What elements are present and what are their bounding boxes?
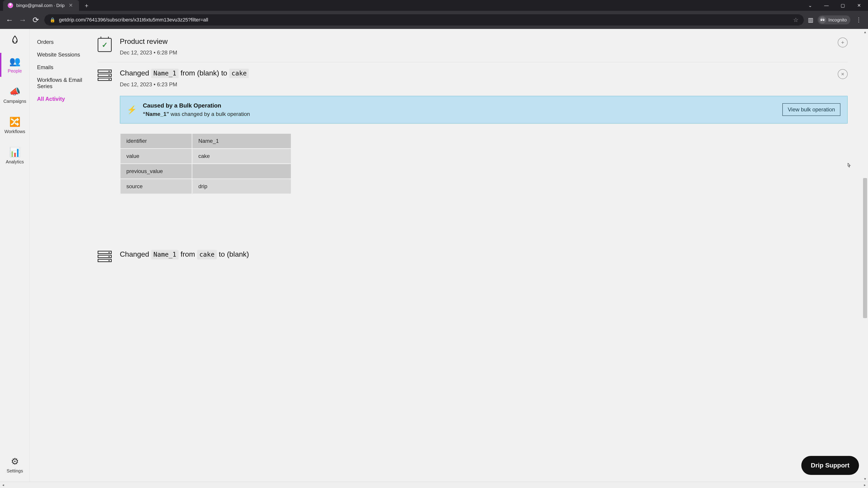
scroll-down-icon[interactable]: ▾ — [862, 476, 868, 482]
activity-timestamp: Dec 12, 2023 • 6:28 PM — [120, 50, 848, 56]
filter-all-activity[interactable]: All Activity — [37, 93, 94, 105]
incognito-chip[interactable]: 🕶 Incognito — [817, 15, 850, 24]
drip-support-button[interactable]: Drip Support — [801, 456, 859, 475]
activity-feed: ✓ Product review Dec 12, 2023 • 6:28 PM … — [98, 29, 868, 482]
activity-title: Changed Name_1 from cake to (blank) — [120, 250, 848, 259]
incognito-icon: 🕶 — [819, 16, 826, 24]
nav-back-icon[interactable]: ← — [5, 15, 14, 24]
scroll-up-icon[interactable]: ▴ — [862, 29, 868, 35]
nav-settings-label: Settings — [6, 468, 23, 474]
people-icon: 👥 — [9, 56, 21, 67]
vertical-scrollbar[interactable]: ▴ ▾ — [862, 29, 868, 482]
nav-campaigns-label: Campaigns — [3, 99, 26, 104]
scroll-thumb[interactable] — [863, 178, 867, 318]
nav-reload-icon[interactable]: ⟳ — [31, 15, 40, 24]
field-chip: Name_1 — [151, 69, 179, 78]
nav-settings[interactable]: ⚙ Settings — [0, 453, 30, 477]
view-bulk-operation-button[interactable]: View bulk operation — [782, 103, 840, 116]
tab-search-icon[interactable]: ⌄ — [807, 3, 813, 8]
app-viewport: 👥 People 📣 Campaigns 🔀 Workflows 📊 Analy… — [0, 29, 868, 482]
nav-analytics-label: Analytics — [6, 159, 24, 164]
workflow-icon: 🔀 — [9, 117, 21, 127]
field-chip: Name_1 — [151, 250, 179, 259]
expand-button[interactable]: + — [838, 37, 848, 47]
activity-filter-sidebar: Orders Website Sessions Emails Workflows… — [30, 29, 98, 482]
activity-item-field-change: Changed Name_1 from cake to (blank) — [98, 243, 848, 271]
server-icon — [98, 251, 112, 265]
window-close-icon[interactable]: ✕ — [856, 3, 862, 8]
filter-emails[interactable]: Emails — [37, 61, 94, 74]
filter-website-sessions[interactable]: Website Sessions — [37, 48, 94, 61]
value-chip: cake — [229, 69, 249, 78]
svg-point-1 — [16, 41, 17, 42]
scroll-right-icon[interactable]: ▸ — [862, 482, 868, 488]
table-row: previous_value — [121, 164, 291, 178]
activity-title: Product review — [120, 37, 848, 46]
extensions-icon[interactable]: ▥ — [808, 17, 813, 24]
svg-point-0 — [13, 41, 14, 42]
server-icon — [98, 70, 112, 84]
megaphone-icon: 📣 — [9, 86, 21, 97]
browser-tabstrip: bingo@gmail.com · Drip ✕ ＋ ⌄ — ▢ ✕ — [0, 0, 868, 11]
nav-campaigns[interactable]: 📣 Campaigns — [0, 83, 30, 107]
activity-item-field-change: Changed Name_1 from (blank) to cake Dec … — [98, 62, 848, 201]
tab-favicon-icon — [8, 3, 13, 8]
table-row: sourcedrip — [121, 179, 291, 194]
nav-workflows[interactable]: 🔀 Workflows — [0, 113, 30, 137]
main-nav-rail: 👥 People 📣 Campaigns 🔀 Workflows 📊 Analy… — [0, 29, 30, 482]
bulk-callout-subtitle: “Name_1” was changed by a bulk operation — [143, 111, 776, 117]
detail-key: previous_value — [121, 164, 192, 178]
filter-workflows-email-series[interactable]: Workflows & Email Series — [37, 74, 94, 93]
scroll-left-icon[interactable]: ◂ — [0, 482, 6, 488]
detail-value: Name_1 — [192, 134, 291, 148]
activity-item-product-review: ✓ Product review Dec 12, 2023 • 6:28 PM … — [98, 31, 848, 62]
change-details-table: identifierName_1 valuecake previous_valu… — [120, 133, 291, 194]
window-controls: ⌄ — ▢ ✕ — [807, 0, 868, 11]
filter-orders[interactable]: Orders — [37, 36, 94, 48]
nav-forward-icon: → — [18, 15, 27, 24]
nav-analytics[interactable]: 📊 Analytics — [0, 144, 30, 168]
window-maximize-icon[interactable]: ▢ — [840, 3, 845, 8]
tab-title: bingo@gmail.com · Drip — [16, 3, 65, 8]
detail-value: cake — [192, 149, 291, 163]
bulk-operation-callout: ⚡ Caused by a Bulk Operation “Name_1” wa… — [120, 96, 848, 124]
nav-people-label: People — [8, 68, 22, 74]
new-tab-button[interactable]: ＋ — [79, 0, 94, 11]
browser-menu-icon[interactable]: ⋮ — [855, 17, 863, 24]
bulk-callout-title: Caused by a Bulk Operation — [143, 102, 776, 109]
tab-close-icon[interactable]: ✕ — [68, 2, 74, 8]
drip-logo-icon[interactable] — [8, 33, 22, 46]
window-minimize-icon[interactable]: — — [824, 3, 829, 8]
detail-key: identifier — [121, 134, 192, 148]
horizontal-scrollbar[interactable]: ◂ ▸ — [0, 482, 868, 488]
detail-key: value — [121, 149, 192, 163]
url-text: getdrip.com/7641396/subscribers/x31t6xtu… — [59, 17, 208, 23]
calendar-check-icon: ✓ — [98, 38, 112, 52]
nav-workflows-label: Workflows — [4, 129, 25, 134]
table-row: identifierName_1 — [121, 134, 291, 148]
browser-toolbar: ← → ⟳ 🔒 getdrip.com/7641396/subscribers/… — [0, 11, 868, 29]
activity-timestamp: Dec 12, 2023 • 6:23 PM — [120, 81, 848, 88]
gear-icon: ⚙ — [11, 456, 19, 466]
browser-tab-active[interactable]: bingo@gmail.com · Drip ✕ — [3, 0, 79, 11]
detail-value: drip — [192, 179, 291, 194]
activity-title: Changed Name_1 from (blank) to cake — [120, 68, 848, 78]
collapse-button[interactable]: × — [838, 69, 848, 79]
bolt-icon: ⚡ — [127, 105, 136, 114]
bookmark-star-icon[interactable]: ☆ — [793, 17, 798, 24]
analytics-icon: 📊 — [9, 147, 21, 158]
address-bar[interactable]: 🔒 getdrip.com/7641396/subscribers/x31t6x… — [44, 14, 804, 26]
table-row: valuecake — [121, 149, 291, 163]
nav-people[interactable]: 👥 People — [0, 53, 30, 77]
incognito-label: Incognito — [829, 18, 847, 23]
lock-icon: 🔒 — [50, 17, 55, 23]
value-chip: cake — [197, 250, 217, 259]
detail-key: source — [121, 179, 192, 194]
detail-value — [192, 164, 291, 178]
